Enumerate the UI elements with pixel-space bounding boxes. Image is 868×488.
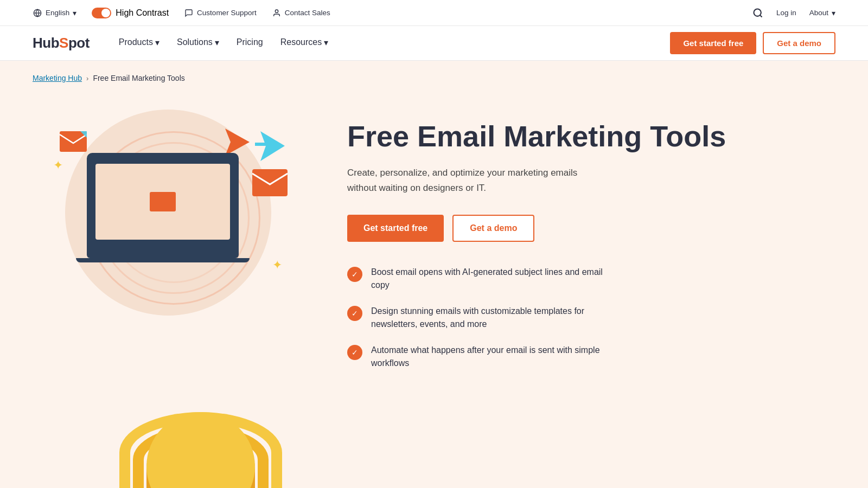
toggle-switch[interactable] bbox=[92, 8, 111, 18]
feature-item-2: ✓ Design stunning emails with customizab… bbox=[347, 305, 835, 331]
logo-text: HubSpot bbox=[33, 35, 90, 52]
breadcrumb-parent-link[interactable]: Marketing Hub bbox=[33, 74, 82, 82]
hero-content: Free Email Marketing Tools Create, perso… bbox=[347, 99, 835, 370]
nav-pricing[interactable]: Pricing bbox=[229, 26, 271, 61]
about-label: About bbox=[809, 9, 828, 17]
contact-sales-label: Contact Sales bbox=[285, 9, 330, 17]
nav-pricing-label: Pricing bbox=[237, 37, 263, 47]
hero-section: ✦ ✦ bbox=[0, 82, 868, 370]
laptop-base bbox=[87, 251, 239, 258]
chevron-down-resources: ▾ bbox=[324, 37, 328, 48]
chat-icon bbox=[184, 8, 194, 18]
nav-items: Products ▾ Solutions ▾ Pricing Resources… bbox=[111, 26, 671, 61]
nav-products[interactable]: Products ▾ bbox=[111, 26, 167, 61]
about-menu[interactable]: About ▾ bbox=[809, 9, 835, 17]
person-icon bbox=[272, 8, 282, 18]
utility-bar-left: English ▾ High Contrast Customer Support bbox=[33, 8, 330, 18]
hero-buttons: Get started free Get a demo bbox=[347, 215, 835, 242]
sparkle-icon-2: ✦ bbox=[272, 258, 282, 272]
customer-support-link[interactable]: Customer Support bbox=[184, 8, 257, 18]
sparkle-icon-1: ✦ bbox=[53, 158, 63, 172]
svg-rect-5 bbox=[60, 131, 87, 152]
nav-solutions[interactable]: Solutions ▾ bbox=[169, 26, 227, 61]
nav-resources[interactable]: Resources ▾ bbox=[273, 26, 336, 61]
hero-illustration: ✦ ✦ bbox=[33, 99, 315, 370]
envelope-decoration-2 bbox=[252, 169, 288, 196]
get-demo-nav-button[interactable]: Get a demo bbox=[763, 32, 835, 54]
toggle-knob bbox=[101, 9, 110, 17]
feature-list: ✓ Boost email opens with AI-generated su… bbox=[347, 266, 835, 370]
utility-bar-right: Log in About ▾ bbox=[752, 8, 835, 18]
hero-description: Create, personalize, and optimize your m… bbox=[347, 165, 608, 195]
chevron-down-solutions: ▾ bbox=[215, 37, 219, 48]
hero-get-demo-button[interactable]: Get a demo bbox=[452, 215, 534, 242]
laptop-illustration bbox=[87, 153, 239, 258]
feature-check-3: ✓ bbox=[347, 345, 362, 360]
feature-item-1: ✓ Boost email opens with AI-generated su… bbox=[347, 266, 835, 292]
teal-arrow-decoration bbox=[255, 131, 285, 163]
breadcrumb-current: Free Email Marketing Tools bbox=[93, 74, 184, 82]
envelope-decoration-1 bbox=[60, 131, 87, 152]
search-button[interactable] bbox=[752, 8, 763, 18]
high-contrast-label: High Contrast bbox=[116, 8, 169, 18]
get-started-free-nav-button[interactable]: Get started free bbox=[670, 32, 756, 54]
login-label: Log in bbox=[776, 9, 796, 17]
language-label: English bbox=[46, 9, 69, 17]
rainbow-illustration bbox=[119, 369, 282, 488]
breadcrumb: Marketing Hub › Free Email Marketing Too… bbox=[0, 61, 868, 82]
utility-bar: English ▾ High Contrast Customer Support bbox=[0, 0, 868, 26]
high-contrast-toggle[interactable]: High Contrast bbox=[92, 8, 169, 18]
feature-check-2: ✓ bbox=[347, 306, 362, 321]
laptop-email-icon bbox=[150, 192, 176, 211]
hero-get-started-button[interactable]: Get started free bbox=[347, 215, 444, 242]
chevron-down-products: ▾ bbox=[155, 37, 159, 48]
chevron-down-icon: ▾ bbox=[73, 9, 76, 17]
contact-sales-link[interactable]: Contact Sales bbox=[272, 8, 330, 18]
nav-actions: Get started free Get a demo bbox=[670, 32, 835, 54]
main-navigation: HubSpot Products ▾ Solutions ▾ Pricing R… bbox=[0, 26, 868, 61]
hero-title: Free Email Marketing Tools bbox=[347, 120, 835, 152]
laptop-screen-body bbox=[87, 153, 239, 251]
feature-text-1: Boost email opens with AI-generated subj… bbox=[371, 266, 604, 292]
customer-support-label: Customer Support bbox=[197, 9, 257, 17]
breadcrumb-separator: › bbox=[86, 74, 88, 82]
svg-point-2 bbox=[275, 10, 278, 12]
svg-point-3 bbox=[754, 9, 761, 16]
language-selector[interactable]: English ▾ bbox=[33, 8, 76, 18]
chevron-down-icon-about: ▾ bbox=[832, 9, 835, 17]
hubspot-logo[interactable]: HubSpot bbox=[33, 35, 90, 52]
globe-icon bbox=[33, 8, 42, 18]
nav-products-label: Products bbox=[119, 37, 153, 47]
laptop-screen-display bbox=[95, 164, 230, 240]
svg-marker-11 bbox=[260, 131, 285, 161]
login-link[interactable]: Log in bbox=[776, 9, 796, 17]
svg-line-4 bbox=[760, 15, 762, 17]
content-area: Marketing Hub › Free Email Marketing Too… bbox=[0, 61, 868, 488]
nav-solutions-label: Solutions bbox=[177, 37, 213, 47]
nav-resources-label: Resources bbox=[280, 37, 322, 47]
feature-text-2: Design stunning emails with customizable… bbox=[371, 305, 604, 331]
feature-check-1: ✓ bbox=[347, 267, 362, 282]
feature-item-3: ✓ Automate what happens after your email… bbox=[347, 344, 835, 370]
feature-text-3: Automate what happens after your email i… bbox=[371, 344, 604, 370]
